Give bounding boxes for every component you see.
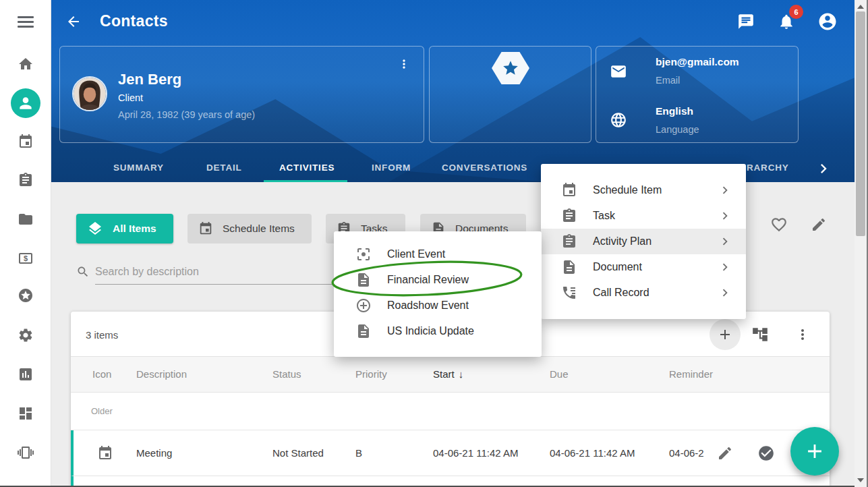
back-button[interactable] — [65, 13, 82, 30]
page-title: Contacts — [100, 12, 168, 30]
heart-icon — [770, 216, 788, 233]
row-calendar-icon — [97, 445, 113, 461]
tab-activities[interactable]: ACTIVITIES — [279, 154, 335, 182]
filter-all-items-button[interactable]: All Items — [76, 214, 173, 244]
tab-conversations[interactable]: CONVERSATIONS — [442, 154, 527, 182]
folder-icon — [18, 211, 34, 227]
cell-start: 04-06-21 11:42 AM — [433, 447, 518, 459]
document-icon — [355, 272, 372, 288]
add-fab-button[interactable] — [790, 427, 839, 476]
sidebar-item-reports[interactable] — [18, 366, 34, 382]
star-icon — [502, 59, 519, 77]
more-vert-icon — [397, 57, 411, 71]
sidebar-item-favorites[interactable] — [18, 287, 34, 304]
row-edit-button[interactable] — [717, 445, 733, 461]
tree-icon — [751, 326, 769, 343]
tab-hierarchy-partial[interactable]: RARCHY — [747, 154, 789, 182]
contact-info-card: bjen@gmail.com Email English Language — [596, 46, 799, 143]
submenu-item-roadshow-event[interactable]: Roadshow Event — [334, 293, 542, 318]
sidebar-item-tasks[interactable] — [18, 172, 34, 188]
plus-icon — [717, 326, 733, 343]
layers-icon — [87, 221, 103, 237]
plus-circle-icon — [355, 297, 372, 314]
tab-detail[interactable]: DETAIL — [206, 154, 242, 182]
add-activity-menu: Schedule Item Task Activity Plan Documen… — [541, 164, 746, 319]
clipboard-icon — [561, 208, 577, 224]
filter-label: Schedule Items — [223, 223, 295, 235]
menu-item-task[interactable]: Task — [541, 203, 746, 229]
sidebar-item-calendar[interactable] — [18, 134, 34, 150]
star-hexagon-badge — [492, 52, 529, 84]
contact-type: Client — [118, 92, 143, 103]
sidebar-item-mobile[interactable] — [18, 445, 34, 461]
dashboard-icon — [18, 405, 34, 422]
column-reminder[interactable]: Reminder — [669, 368, 713, 380]
filter-label: All Items — [113, 223, 156, 235]
scrollbar-thumb[interactable] — [856, 11, 865, 236]
sidebar-item-home[interactable] — [18, 56, 34, 72]
person-icon — [17, 94, 34, 112]
hierarchy-view-button[interactable] — [751, 326, 769, 343]
column-due[interactable]: Due — [550, 368, 569, 380]
submenu-item-us-indicia-update[interactable]: US Indicia Update — [334, 318, 542, 344]
menu-item-schedule-item[interactable]: Schedule Item — [541, 177, 746, 203]
profile-more-button[interactable] — [397, 57, 411, 71]
contact-name: Jen Berg — [118, 71, 181, 88]
document-icon — [561, 259, 577, 275]
scroll-up-arrow[interactable] — [857, 5, 864, 9]
chevron-right-icon — [718, 208, 732, 223]
chat-button[interactable] — [737, 13, 755, 30]
menu-item-call-record[interactable]: Call Record — [541, 280, 746, 306]
sidebar-item-contacts-active[interactable] — [11, 88, 40, 118]
calendar-icon — [198, 221, 213, 236]
globe-icon — [610, 111, 627, 129]
email-label: Email — [656, 75, 680, 86]
scrollbar — [855, 0, 867, 487]
tab-inform[interactable]: INFORM — [372, 154, 411, 182]
search-icon — [76, 265, 90, 279]
phone-list-icon — [561, 285, 577, 301]
column-status[interactable]: Status — [272, 368, 301, 380]
tab-summary[interactable]: SUMMARY — [113, 154, 164, 182]
column-icon[interactable]: Icon — [92, 368, 111, 380]
column-start-sorted[interactable]: Start↓ — [433, 368, 463, 380]
sidebar-item-folder[interactable] — [18, 211, 34, 227]
scroll-down-arrow[interactable] — [857, 478, 864, 482]
center-focus-icon — [355, 246, 372, 262]
calendar-icon — [18, 134, 34, 150]
home-icon — [18, 56, 34, 72]
account-button[interactable] — [817, 11, 838, 32]
contact-birthdate: April 28, 1982 (39 years of age) — [118, 109, 255, 120]
edit-button[interactable] — [811, 217, 827, 233]
favorite-button[interactable] — [770, 216, 788, 233]
chat-icon — [737, 13, 755, 30]
row-complete-button[interactable] — [757, 445, 775, 462]
sidebar-item-settings[interactable] — [18, 327, 34, 343]
panel-more-button[interactable] — [794, 326, 811, 343]
submenu-item-client-event[interactable]: Client Event — [334, 241, 542, 267]
table-row[interactable]: Meeting Not Started B 04-06-21 11:42 AM … — [71, 430, 830, 476]
submenu-item-financial-review[interactable]: Financial Review — [334, 267, 542, 293]
column-description[interactable]: Description — [136, 368, 187, 380]
tabs-scroll-button[interactable] — [814, 159, 833, 178]
money-icon — [18, 250, 34, 266]
cell-priority: B — [355, 447, 362, 459]
document-icon — [355, 323, 372, 339]
chevron-right-icon — [718, 285, 732, 300]
sidebar-item-dashboard[interactable] — [18, 405, 34, 422]
avatar — [72, 76, 107, 111]
sidebar-menu-button[interactable] — [18, 16, 34, 28]
table-header-row: Icon Description Status Priority Start↓ … — [71, 357, 830, 393]
filter-schedule-items-button[interactable]: Schedule Items — [187, 214, 312, 244]
chevron-right-icon — [718, 260, 732, 275]
sidebar-item-billing[interactable] — [18, 250, 34, 266]
menu-item-activity-plan[interactable]: Activity Plan — [541, 229, 746, 254]
menu-item-document[interactable]: Document — [541, 254, 746, 280]
add-item-button[interactable] — [710, 319, 741, 350]
column-priority[interactable]: Priority — [355, 368, 387, 380]
page-header: Contacts 6 Jen Berg Client April 28, 198… — [51, 0, 855, 182]
sort-arrow: ↓ — [459, 368, 464, 380]
clipboard-icon — [18, 172, 34, 188]
activity-plan-submenu: Client Event Financial Review Roadshow E… — [334, 231, 542, 357]
active-tab-underline — [264, 180, 347, 182]
